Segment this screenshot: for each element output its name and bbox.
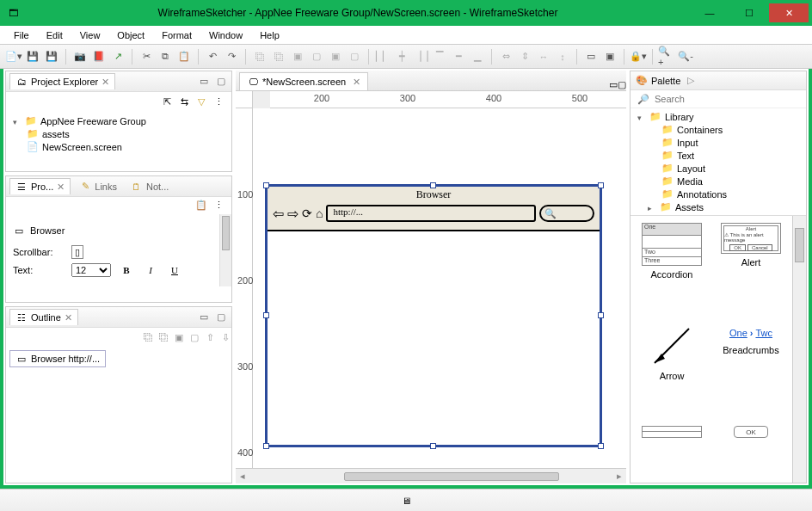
select-tool-button[interactable]: ▭ [582,48,600,65]
caret-icon[interactable] [13,116,22,126]
outline-btn2[interactable]: ⿻ [157,331,169,343]
palette-cat-text[interactable]: Text [634,149,803,162]
lock-button[interactable]: 🔒▾ [630,48,647,65]
filter-button[interactable]: ▽ [195,95,207,108]
outline-item-browser[interactable]: ▭ Browser http://... [9,350,106,367]
minimize-view-button[interactable]: ▭ [197,75,211,89]
palette-collapse-icon[interactable]: ▷ [687,75,694,86]
bring-front-button[interactable]: ▣ [289,48,306,65]
tree-file-newscreen[interactable]: NewScreen.screen [11,140,226,153]
links-tab[interactable]: ✎ Links [74,179,122,194]
project-explorer-tab[interactable]: 🗂 Project Explorer ✕ [9,73,115,89]
space-v-button[interactable]: ↕ [554,48,571,65]
distribute-h-button[interactable]: ⇔ [497,48,514,65]
close-icon[interactable]: ✕ [353,77,360,88]
palette-cat-input[interactable]: Input [634,136,803,149]
outline-btn4[interactable]: ▢ [188,331,200,343]
zoom-out-button[interactable]: 🔍- [677,48,694,65]
menu-file[interactable]: File [7,28,36,42]
align-center-button[interactable]: ┿ [393,48,410,65]
font-size-select[interactable]: 12 [71,263,111,277]
perspective-icon[interactable]: 🖥 [400,495,412,507]
zoom-in-button[interactable]: 🔍+ [658,48,675,65]
palette-assets[interactable]: Assets [634,200,803,213]
close-icon[interactable]: ✕ [65,312,72,323]
maximize-view-button[interactable]: ▢ [214,311,228,324]
undo-button[interactable]: ↶ [204,48,221,65]
palette-item-arrow[interactable]: Arrow [636,324,708,419]
tree-project-root[interactable]: AppNee Freeware Group [11,114,226,127]
tree-folder-assets[interactable]: assets [11,127,226,140]
collapse-all-button[interactable]: ⇱ [161,95,173,108]
menu-help[interactable]: Help [253,28,286,42]
align-bottom-button[interactable]: ▁ [469,48,486,65]
space-h-button[interactable]: ↔ [535,48,552,65]
palette-cat-containers[interactable]: Containers [634,123,803,136]
align-right-button[interactable]: ▕▕ [412,48,429,65]
menu-object[interactable]: Object [110,28,151,42]
outline-btn5[interactable]: ⇧ [204,331,216,343]
palette-cat-annotations[interactable]: Annotations [634,188,803,200]
new-note-button[interactable]: 📋 [195,199,207,211]
menu-format[interactable]: Format [155,28,199,42]
distribute-v-button[interactable]: ⇕ [516,48,533,65]
new-dropdown-button[interactable]: 📄▾ [5,48,22,65]
close-button[interactable]: ✕ [769,3,809,22]
share-button[interactable]: ↗ [109,48,126,65]
paste-button[interactable]: 📋 [175,48,193,65]
palette-item-alert[interactable]: Alert⚠ This is an alert messageOKCancel … [715,223,787,317]
ungroup-button[interactable]: ⿻ [270,48,287,65]
minimize-button[interactable]: — [690,3,729,22]
palette-library[interactable]: Library [634,110,803,123]
properties-scrollbar[interactable] [219,214,231,286]
italic-button[interactable]: I [142,262,159,278]
bold-button[interactable]: B [118,262,135,278]
save-button[interactable]: 💾 [24,48,41,65]
underline-button[interactable]: U [166,262,183,278]
view-menu-button[interactable]: ⋮ [212,199,225,211]
redo-button[interactable]: ↷ [223,48,240,65]
palette-cat-layout[interactable]: Layout [634,162,803,175]
copy-button[interactable]: ⧉ [157,48,174,65]
align-left-button[interactable]: ▏▏ [374,48,391,65]
editor-canvas[interactable]: Browser ⇦ ⇨ ⟳ ⌂ http://... 🔍 [253,108,626,468]
palette-item-breadcrumbs[interactable]: One›Twc Breadcrumbs [715,324,787,419]
bring-forward-button[interactable]: ▣ [327,48,344,65]
group-button[interactable]: ⿻ [251,48,268,65]
caret-icon[interactable] [637,112,646,122]
palette-item-next2[interactable]: OK [715,426,787,476]
save-all-button[interactable]: 💾 [43,48,60,65]
close-icon[interactable]: ✕ [102,77,109,88]
menu-view[interactable]: View [73,28,108,42]
outline-tab[interactable]: ☷ Outline ✕ [9,309,78,325]
notes-tab[interactable]: 🗒 Not... [126,179,174,194]
properties-tab[interactable]: ☰ Pro... ✕ [9,178,71,194]
align-top-button[interactable]: ▔ [431,48,448,65]
palette-item-accordion[interactable]: OneTwoThree Accordion [636,223,708,317]
palette-search-input[interactable] [653,92,803,106]
outline-btn3[interactable]: ▣ [173,331,185,343]
screenshot-button[interactable]: 📷 [71,48,89,65]
palette-scrollbar[interactable] [792,216,806,483]
minimize-editor-button[interactable]: ▭ [609,79,618,90]
palette-item-next1[interactable] [636,426,708,476]
browser-widget[interactable]: Browser ⇦ ⇨ ⟳ ⌂ http://... 🔍 [265,184,602,447]
minimize-view-button[interactable]: ▭ [197,311,211,324]
maximize-editor-button[interactable]: ▢ [618,79,626,90]
scrollbar-value-button[interactable]: ▯ [71,245,83,259]
menu-edit[interactable]: Edit [40,28,70,42]
caret-icon[interactable] [648,202,656,212]
editor-tab[interactable]: 🖵 *NewScreen.screen ✕ [239,72,368,90]
link-editor-button[interactable]: ⇆ [178,95,190,108]
maximize-view-button[interactable]: ▢ [214,75,228,89]
close-icon[interactable]: ✕ [57,182,65,193]
select-all-button[interactable]: ▣ [601,48,618,65]
view-menu-button[interactable]: ⋮ [212,95,225,108]
maximize-button[interactable]: ☐ [729,3,769,22]
palette-cat-media[interactable]: Media [634,175,803,188]
menu-window[interactable]: Window [202,28,249,42]
outline-btn1[interactable]: ⿻ [142,331,154,343]
outline-btn6[interactable]: ⇩ [219,331,231,343]
export-pdf-button[interactable]: 📕 [90,48,108,65]
cut-button[interactable]: ✂ [138,48,155,65]
